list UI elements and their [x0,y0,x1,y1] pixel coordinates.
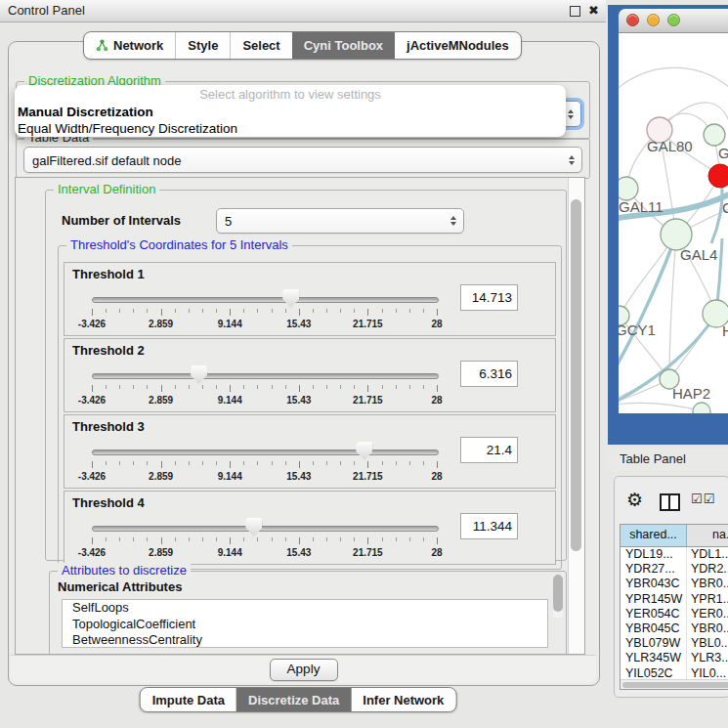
slider-tick [409,309,410,313]
node-selected-red[interactable] [708,164,728,188]
slider-track[interactable] [92,373,439,379]
table-cell[interactable]: YBR0... [687,621,728,636]
table-row[interactable]: YPR145WYPR1... [621,592,728,607]
threshold-1-label: Threshold 1 [72,267,145,281]
slider-tick [313,461,314,465]
slider-track[interactable] [92,526,439,532]
table-cell[interactable]: YBR043C [621,577,687,591]
tab-jactivemnodules[interactable]: jActiveMNodules [395,32,521,59]
table-cell[interactable]: YPR145W [621,592,687,607]
close-icon[interactable]: ✖ [588,3,599,19]
tab-infer-network[interactable]: Infer Network [351,688,455,711]
table-cell[interactable]: YLR345W [621,651,687,665]
threshold-3-value-field[interactable]: 21.4 [460,437,518,463]
network-window-frame[interactable]: GAL80 G C GAL11 GAL4 GCY1 H HAP2 [608,5,728,445]
node-partial[interactable] [693,403,710,413]
table-cell[interactable]: YER0... [687,607,728,621]
node-label: GAL11 [619,198,664,215]
tab-select[interactable]: Select [230,32,291,59]
slider-tick [243,385,244,389]
table-cell[interactable]: YBL079W [621,636,687,651]
slider-handle[interactable] [245,518,262,536]
slider-handle[interactable] [191,365,207,384]
attribute-item[interactable]: SelfLoops [72,600,547,617]
table-row[interactable]: YBL079WYBL0... [621,636,728,651]
numerical-attributes-list[interactable]: SelfLoopsTopologicalCoefficientBetweenne… [62,599,548,648]
apply-button[interactable]: Apply [270,659,338,681]
close-traffic-light-icon[interactable] [626,14,639,26]
attribute-item[interactable]: TopologicalCoefficient [72,617,547,633]
table-row[interactable]: YBR043CYBR0... [621,577,728,591]
column-header-name[interactable]: na... [687,525,728,546]
attribute-item[interactable]: BetweennessCentrality [72,632,547,648]
table-row[interactable]: YBR045CYBR0... [621,621,728,636]
scrollbar-thumb[interactable] [571,199,581,551]
attributes-list-scrollbar[interactable] [553,575,563,618]
tab-cyni-toolbox[interactable]: Cyni Toolbox [292,32,395,59]
algorithm-option-equal-width[interactable]: Equal Width/Frequency Discretization [15,120,566,137]
slider-handle[interactable] [282,289,299,308]
scrollbar-thumb[interactable] [553,575,563,612]
select-columns-checkbox-icons[interactable]: ☑☑ [691,492,715,506]
slider-handle[interactable] [356,442,372,460]
slider-tick [354,461,355,465]
table-cell[interactable]: YDR2... [687,562,728,577]
zoom-traffic-light-icon[interactable] [667,14,680,26]
columns-icon[interactable] [660,493,680,511]
gear-icon[interactable]: ⚙ [626,491,643,509]
panel-title: Control Panel [8,0,85,21]
table-cell[interactable]: YDR27... [621,562,687,577]
threshold-4-value-field[interactable]: 11.344 [460,513,518,539]
threshold-1-value-field[interactable]: 14.713 [460,284,518,311]
table-row[interactable]: YER054CYER0... [621,607,728,621]
cyni-mode-tabs: Impute Data Discretize Data Infer Networ… [140,687,457,712]
algorithm-dropdown-popup: Select algorithm to view settings Manual… [15,85,566,137]
slider-tick [106,461,107,465]
node-gal11[interactable] [619,177,638,200]
number-of-intervals-combobox[interactable]: 5 [216,208,464,234]
table-cell[interactable]: YBR0... [687,577,728,591]
float-window-icon[interactable] [570,6,580,17]
network-window-titlebar[interactable] [619,9,728,33]
node-label: HAP2 [672,385,710,402]
slider-track[interactable] [92,297,439,303]
slider-tick [243,537,244,541]
table-row[interactable]: YDR27...YDR2... [621,562,728,577]
tab-discretize-data[interactable]: Discretize Data [236,688,351,711]
slider-tick [285,537,286,541]
slider-tick [147,309,148,313]
tab-style[interactable]: Style [175,32,230,59]
tab-impute-data[interactable]: Impute Data [141,688,236,711]
slider-tick [147,385,148,389]
slider-scale-label: 28 [431,547,442,558]
slider-tick [326,461,327,465]
algorithm-placeholder-option[interactable]: Select algorithm to view settings [15,85,566,104]
table-row[interactable]: YLR345WYLR3... [621,651,728,665]
table-data-combobox[interactable]: galFiltered.sif default node [23,147,582,173]
slider-tick [92,537,93,544]
table-cell[interactable]: YER054C [621,607,687,621]
node-table: shared... na... YDL19...YDL1...YDR27...Y… [620,524,728,690]
slider-scale-label: 21.715 [353,319,383,329]
algorithm-option-manual[interactable]: Manual Discretization [15,104,566,120]
table-cell[interactable]: YDL19... [621,547,687,562]
tab-network[interactable]: Network [84,32,175,59]
network-canvas[interactable]: GAL80 G C GAL11 GAL4 GCY1 H HAP2 [619,33,728,413]
slider-tick [272,385,273,389]
table-cell[interactable]: YPR1... [687,592,728,607]
minimize-traffic-light-icon[interactable] [647,14,660,26]
table-row[interactable]: YDL19...YDL1... [621,547,728,562]
table-cell[interactable]: YDL1... [687,547,728,562]
table-cell[interactable]: YBL0... [687,636,728,651]
slider-track[interactable] [92,450,439,455]
threshold-2-value-field[interactable]: 6.316 [460,361,518,387]
scrollbar-thumb[interactable] [622,682,728,688]
slider-tick [299,461,300,468]
column-header-shared-name[interactable]: shared... [621,525,687,546]
table-cell[interactable]: YBR045C [621,621,687,636]
slider-tick [423,537,424,541]
node-g[interactable] [704,124,725,146]
table-cell[interactable]: YLR3... [687,651,728,665]
settings-vertical-scrollbar[interactable] [568,178,584,654]
table-horizontal-scrollbar[interactable] [621,679,728,689]
